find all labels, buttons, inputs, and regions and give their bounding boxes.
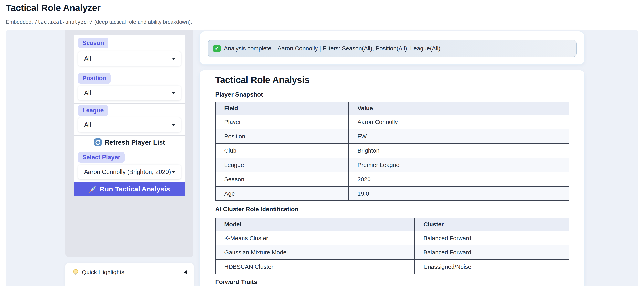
season-select-value: All [84,55,91,62]
refresh-label: Refresh Player List [104,138,165,146]
table-row: Season2020 [216,172,569,186]
table-row: PlayerAaron Connolly [216,115,569,129]
player-select[interactable]: Aaron Connolly (Brighton, 2020) [78,165,181,179]
cell-cluster: Balanced Forward [414,245,569,260]
divider [74,135,186,136]
cell-value: 19.0 [349,186,569,201]
quick-highlights-expander[interactable]: Quick Highlights [65,263,194,286]
refresh-player-list-button[interactable]: Refresh Player List [74,137,186,148]
banner-message: Analysis complete – Aaron Connolly | Fil… [224,45,440,52]
analysis-section-title: Tactical Role Analysis [215,74,310,85]
cell-value: FW [349,129,569,144]
ai-cluster-heading: AI Cluster Role Identification [215,206,298,213]
table-header-row: Model Cluster [216,218,569,231]
ai-cluster-table: Model Cluster K-Means ClusterBalanced Fo… [215,218,570,274]
check-icon: ✓ [213,45,220,52]
forward-traits-heading: Forward Traits [215,278,257,286]
cell-field: League [216,158,349,172]
league-select-value: All [84,121,91,128]
cell-model: K-Means Cluster [216,231,414,245]
table-row: PositionFW [216,129,569,144]
table-row: K-Means ClusterBalanced Forward [216,231,569,245]
column-header: Field [216,102,349,115]
embedded-suffix: (deep tactical role and ability breakdow… [93,19,192,25]
cell-value: Brighton [349,144,569,158]
league-select[interactable]: All [78,118,181,132]
cell-model: HDBSCAN Cluster [216,260,414,274]
season-filter-label: Season [78,38,108,48]
cell-field: Club [216,144,349,158]
league-filter-label: League [78,105,108,116]
cell-field: Player [216,115,349,129]
table-row: Gaussian Mixture ModelBalanced Forward [216,245,569,260]
cell-field: Position [216,129,349,144]
table-row: ClubBrighton [216,144,569,158]
refresh-icon [94,138,102,146]
chevron-down-icon [172,171,176,174]
cell-value: 2020 [349,172,569,186]
chevron-down-icon [172,124,176,126]
quick-highlights-label: Quick Highlights [82,269,181,276]
table-row: LeaguePremier League [216,158,569,172]
chevron-down-icon [172,92,176,94]
column-header: Cluster [414,218,569,231]
run-tactical-analysis-button[interactable]: Run Tactical Analysis [74,182,186,196]
embedded-prefix: Embedded: [6,19,34,25]
position-select[interactable]: All [78,86,181,100]
column-header: Value [349,102,569,115]
season-select[interactable]: All [78,52,181,66]
position-select-value: All [84,89,91,97]
run-button-label: Run Tactical Analysis [100,185,170,193]
cell-cluster: Balanced Forward [414,231,569,245]
cell-field: Age [216,186,349,201]
analysis-card: Tactical Role Analysis Player Snapshot F… [199,70,585,286]
table-header-row: Field Value [216,102,569,115]
divider [74,70,186,71]
success-banner: ✓ Analysis complete – Aaron Connolly | F… [208,40,577,57]
cell-field: Season [216,172,349,186]
position-filter-label: Position [78,73,111,84]
page-title: Tactical Role Analyzer [6,2,101,13]
rocket-icon [89,185,96,193]
embedded-path: /tactical-analyzer/ [34,19,93,25]
cell-value: Premier League [349,158,569,172]
table-row: HDBSCAN ClusterUnassigned/Noise [216,260,569,274]
divider [74,104,186,104]
table-row: Age19.0 [216,186,569,201]
player-select-value: Aaron Connolly (Brighton, 2020) [84,168,171,176]
cell-cluster: Unassigned/Noise [414,260,569,274]
lightbulb-icon [72,269,79,276]
divider [74,148,186,148]
player-snapshot-heading: Player Snapshot [215,91,263,98]
select-player-label: Select Player [78,152,124,162]
cell-model: Gaussian Mixture Model [216,245,414,260]
embedded-note: Embedded: /tactical-analyzer/ (deep tact… [6,19,192,25]
banner-card: ✓ Analysis complete – Aaron Connolly | F… [199,31,585,65]
column-header: Model [216,218,414,231]
collapse-left-arrow-icon[interactable] [184,270,186,274]
chevron-down-icon [172,58,176,60]
cell-value: Aaron Connolly [349,115,569,129]
player-snapshot-table: Field Value PlayerAaron Connolly Positio… [215,102,570,201]
filter-card: Season All Position All League All Refre… [74,35,186,196]
